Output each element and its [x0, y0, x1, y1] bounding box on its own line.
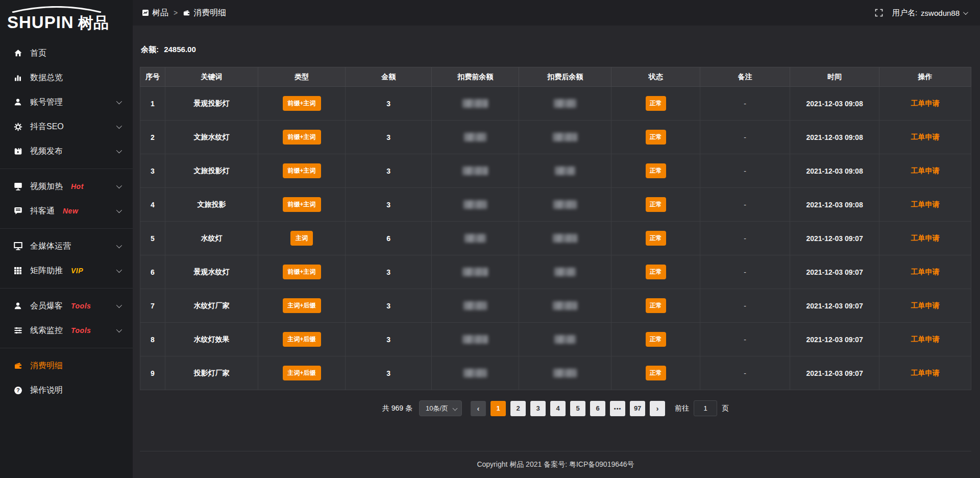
cell-status: 正常	[611, 188, 700, 222]
ticket-request-link[interactable]: 工单申请	[911, 166, 940, 175]
cell-remark: -	[700, 356, 790, 390]
cell-index: 2	[140, 121, 165, 154]
sidebar-item-label: 视频加热	[30, 181, 63, 192]
cell-index: 6	[140, 255, 165, 289]
page-button-2[interactable]: 2	[510, 401, 526, 416]
wallet-icon	[183, 9, 190, 16]
redacted-value	[553, 200, 577, 209]
sidebar-item-screen[interactable]: 视频加热Hot	[0, 174, 133, 199]
sidebar-item-home[interactable]: 首页	[0, 41, 133, 65]
breadcrumb-current[interactable]: 消费明细	[183, 8, 226, 18]
next-page-button[interactable]: ›	[650, 401, 665, 416]
ticket-request-link[interactable]: 工单申请	[911, 133, 940, 141]
fullscreen-icon[interactable]	[875, 9, 883, 17]
sidebar-item-gear[interactable]: 抖音SEO	[0, 114, 133, 139]
sidebar: SHUPIN 树品 首页数据总览账号管理抖音SEO视频发布视频加热Hot抖客通N…	[0, 0, 133, 478]
prev-page-button[interactable]: ‹	[471, 401, 486, 416]
cell-balance-before	[432, 121, 519, 154]
ticket-request-link[interactable]: 工单申请	[911, 335, 940, 343]
redacted-value	[462, 268, 488, 276]
cell-time: 2021-12-03 09:07	[790, 222, 879, 255]
column-header: 金额	[346, 67, 432, 87]
footer: Copyright 树品 2021 备案号: 粤ICP备09019646号	[140, 451, 971, 478]
page-button-4[interactable]: 4	[550, 401, 566, 416]
cell-action: 工单申请	[879, 255, 971, 289]
redacted-value	[462, 166, 488, 175]
cell-keyword: 投影灯厂家	[165, 356, 258, 390]
redacted-value	[553, 301, 577, 310]
user-area: 用户名: zswodun88	[875, 8, 967, 18]
cell-remark: -	[700, 289, 790, 323]
sidebar-item-question[interactable]: ?操作说明	[0, 378, 133, 402]
cell-time: 2021-12-03 09:08	[790, 154, 879, 188]
page-size-select[interactable]: 10条/页	[419, 400, 462, 416]
user-dropdown[interactable]: 用户名: zswodun88	[892, 8, 967, 18]
logo-arc-decoration	[9, 6, 104, 13]
cell-amount: 3	[346, 188, 432, 222]
table-header-row: 序号关键词类型金额扣费前余额扣费后余额状态备注时间操作	[140, 67, 971, 87]
table-row: 3文旅投影灯前缀+主词3正常-2021-12-03 09:08工单申请	[140, 154, 971, 188]
breadcrumb-label: 树品	[152, 8, 168, 18]
ticket-request-link[interactable]: 工单申请	[911, 369, 940, 377]
column-header: 状态	[611, 67, 700, 87]
page-button-97[interactable]: 97	[630, 401, 645, 416]
sidebar-item-sliders[interactable]: 线索监控Tools	[0, 318, 133, 343]
username-label: 用户名:	[892, 8, 917, 18]
bar-chart-icon	[13, 73, 22, 82]
sidebar-item-bar-chart[interactable]: 数据总览	[0, 65, 133, 90]
sidebar-item-user[interactable]: 账号管理	[0, 90, 133, 114]
status-badge: 正常	[646, 96, 666, 111]
cell-balance-after	[519, 121, 611, 154]
sidebar-item-wallet[interactable]: 消费明细	[0, 353, 133, 378]
type-badge: 前缀+主词	[283, 265, 321, 279]
type-badge: 主词	[290, 231, 313, 246]
column-header: 关键词	[165, 67, 258, 87]
table-header: 序号关键词类型金额扣费前余额扣费后余额状态备注时间操作	[140, 67, 971, 87]
cell-keyword: 景观水纹灯	[165, 255, 258, 289]
ticket-request-link[interactable]: 工单申请	[911, 99, 940, 107]
sidebar-item-tag: Hot	[71, 182, 84, 190]
cell-balance-before	[432, 154, 519, 188]
breadcrumb-home[interactable]: 树品	[142, 8, 168, 18]
cell-status: 正常	[611, 154, 700, 188]
logo-text-cn: 树品	[78, 13, 109, 34]
cell-amount: 3	[346, 289, 432, 323]
page-button-5[interactable]: 5	[570, 401, 585, 416]
redacted-value	[554, 335, 576, 344]
sidebar-item-video[interactable]: 视频发布	[0, 139, 133, 163]
table-row: 5水纹灯主词6正常-2021-12-03 09:07工单申请	[140, 222, 971, 255]
sidebar-item-monitor[interactable]: 全媒体运营	[0, 234, 133, 258]
username-value: zswodun88	[921, 9, 960, 17]
page-more-button[interactable]: •••	[610, 401, 625, 416]
chevron-down-icon	[116, 183, 122, 188]
goto-page-input[interactable]	[694, 400, 717, 416]
chevron-down-icon	[116, 243, 122, 248]
cell-amount: 6	[346, 222, 432, 255]
cell-type: 前缀+主词	[258, 87, 346, 121]
sidebar-item-grid[interactable]: 矩阵助推VIP	[0, 258, 133, 283]
sliders-icon	[13, 326, 22, 335]
page-button-1[interactable]: 1	[491, 401, 506, 416]
ticket-request-link[interactable]: 工单申请	[911, 234, 940, 242]
redacted-value	[462, 99, 488, 108]
cell-remark: -	[700, 255, 790, 289]
cell-status: 正常	[611, 87, 700, 121]
cell-index: 5	[140, 222, 165, 255]
logo-text-en: SHUPIN	[7, 13, 74, 32]
ticket-request-link[interactable]: 工单申请	[911, 301, 940, 309]
goto-page: 前往 页	[675, 400, 729, 416]
redacted-value	[464, 234, 486, 243]
ticket-request-link[interactable]: 工单申请	[911, 268, 940, 276]
cell-type: 前缀+主词	[258, 255, 346, 289]
page-button-3[interactable]: 3	[530, 401, 546, 416]
cell-type: 主词	[258, 222, 346, 255]
chevron-down-icon	[116, 123, 122, 129]
sidebar-item-chat[interactable]: 抖客通New	[0, 199, 133, 223]
ticket-request-link[interactable]: 工单申请	[911, 200, 940, 208]
sidebar-item-member[interactable]: 会员爆客Tools	[0, 294, 133, 318]
sidebar-divider	[0, 228, 133, 229]
sidebar-item-label: 首页	[30, 48, 46, 59]
page-button-6[interactable]: 6	[590, 401, 605, 416]
sidebar-divider	[0, 169, 133, 169]
sidebar-divider	[0, 348, 133, 348]
